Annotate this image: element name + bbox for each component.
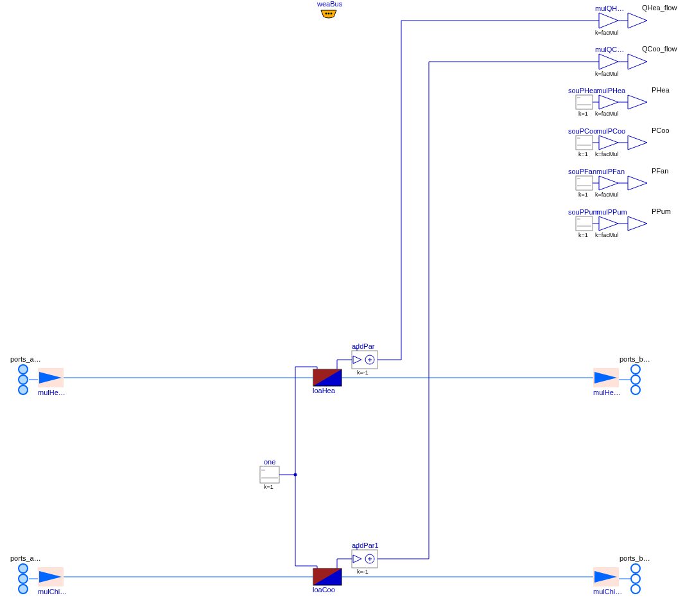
- svg-point-40: [19, 385, 28, 394]
- QHea_flow-output[interactable]: [628, 13, 647, 28]
- weabus-label: weaBus: [317, 0, 342, 8]
- mulPHea-k: k=facMul: [595, 110, 618, 117]
- souPCoo-label: souPCoo: [568, 127, 597, 135]
- mulChiOut-label: mulChi…: [593, 588, 622, 595]
- mulPCoo-k: k=facMul: [595, 151, 618, 157]
- loaHea-block[interactable]: [313, 367, 342, 386]
- loaHea-label: loaHea: [313, 387, 335, 394]
- mulChiOut-block[interactable]: [593, 567, 619, 586]
- souPPum-k: k=1: [578, 232, 588, 238]
- svg-marker-3: [599, 13, 618, 28]
- svg-point-45: [631, 385, 640, 394]
- svg-point-0: [325, 13, 327, 15]
- ports-a-chi-label: ports_a…: [10, 554, 41, 562]
- svg-marker-19: [599, 136, 618, 150]
- svg-point-55: [631, 585, 640, 594]
- mulPHea-label: mulPHea: [596, 87, 625, 94]
- one-block[interactable]: [260, 466, 279, 483]
- ports-b-chi-label: ports_b…: [620, 554, 650, 562]
- addPar1-block[interactable]: [352, 547, 377, 568]
- souPHea-label: souPHea: [568, 87, 597, 94]
- souPFan-k: k=1: [578, 191, 588, 198]
- weabus-connector[interactable]: [321, 10, 336, 18]
- mulQCoo-k: k=facMul: [595, 71, 618, 77]
- svg-marker-20: [628, 136, 647, 150]
- mulHeaOut-label: mulHe…: [593, 389, 621, 396]
- svg-point-39: [19, 375, 28, 384]
- PFan-label: PFan: [652, 167, 668, 175]
- mulHeaOut-block[interactable]: [593, 368, 619, 387]
- svg-point-44: [631, 375, 640, 384]
- ports-a-hea[interactable]: [17, 364, 29, 395]
- QHea_flow-label: QHea_flow: [642, 4, 677, 12]
- ports-a-chi[interactable]: [19, 564, 28, 594]
- mulPFan-label: mulPFan: [596, 168, 625, 175]
- svg-point-48: [19, 564, 28, 573]
- loaCoo-block[interactable]: [313, 566, 342, 585]
- mulPCoo-gain[interactable]: [599, 136, 618, 150]
- souPPum-label: souPPum: [568, 208, 599, 216]
- mulPFan-gain[interactable]: [599, 176, 618, 190]
- one-label: one: [264, 458, 275, 466]
- mulPPum-label: mulPPum: [596, 208, 627, 216]
- mulQCoo-gain[interactable]: [599, 54, 618, 69]
- ports-b-chi[interactable]: [631, 564, 640, 594]
- addPar1-label: addPar1: [352, 541, 379, 549]
- addPar-label: addPar: [352, 342, 374, 350]
- souPFan-block[interactable]: [576, 176, 593, 190]
- addPar-block[interactable]: [352, 348, 377, 369]
- svg-rect-23: [576, 176, 593, 190]
- QCoo_flow-output[interactable]: [628, 54, 647, 69]
- souPHea-k: k=1: [578, 110, 588, 117]
- svg-marker-7: [628, 54, 647, 69]
- svg-marker-13: [628, 95, 647, 109]
- svg-marker-33: [599, 216, 618, 231]
- svg-rect-72: [260, 466, 279, 483]
- svg-marker-27: [628, 176, 647, 190]
- addPar-k: k=-1: [357, 369, 369, 376]
- QCoo_flow-label: QCoo_flow: [642, 45, 677, 53]
- PPum-label: PPum: [652, 207, 671, 215]
- souPFan-label: souPFan: [568, 168, 596, 175]
- PCoo-label: PCoo: [652, 127, 670, 134]
- mulChiIn-block[interactable]: [38, 567, 64, 586]
- ports-a-hea-label: ports_a…: [10, 355, 41, 363]
- svg-rect-9: [576, 95, 593, 109]
- svg-rect-30: [576, 216, 593, 231]
- mulPPum-k: k=facMul: [595, 232, 618, 238]
- souPPum-block[interactable]: [576, 216, 593, 231]
- mulChiIn-label: mulChi…: [38, 588, 67, 595]
- PCoo-output[interactable]: [628, 136, 647, 150]
- mulQCoo-label: mulQC…: [595, 46, 624, 53]
- souPHea-block[interactable]: [576, 95, 593, 109]
- one-k: k=1: [264, 484, 273, 490]
- svg-point-2: [331, 13, 333, 15]
- mulPHea-gain[interactable]: [599, 95, 618, 109]
- ports-b-hea-label: ports_b…: [620, 355, 650, 363]
- svg-point-50: [19, 585, 28, 594]
- svg-marker-26: [599, 176, 618, 190]
- PPum-output[interactable]: [628, 216, 647, 231]
- svg-point-54: [631, 574, 640, 583]
- souPCoo-k: k=1: [578, 151, 588, 157]
- svg-rect-16: [576, 136, 593, 150]
- svg-point-38: [19, 365, 28, 374]
- mulQHea-gain[interactable]: [599, 13, 618, 28]
- PFan-output[interactable]: [628, 176, 647, 190]
- mulQHea-label: mulQH…: [595, 4, 624, 12]
- svg-point-49: [19, 574, 28, 583]
- svg-point-43: [631, 365, 640, 374]
- PHea-output[interactable]: [628, 95, 647, 109]
- svg-marker-34: [628, 216, 647, 231]
- souPCoo-block[interactable]: [576, 136, 593, 150]
- addPar1-k: k=-1: [357, 568, 369, 575]
- svg-point-1: [328, 13, 330, 15]
- mulPCoo-label: mulPCoo: [596, 127, 625, 135]
- svg-marker-4: [628, 13, 647, 28]
- mulQHea-k: k=facMul: [595, 30, 618, 36]
- loaCoo-label: loaCoo: [313, 586, 335, 594]
- mulPPum-gain[interactable]: [599, 216, 618, 231]
- ports-b-hea[interactable]: [631, 365, 640, 394]
- mulHeaIn-label: mulHe…: [38, 389, 65, 396]
- mulHeaIn-block[interactable]: [38, 368, 64, 387]
